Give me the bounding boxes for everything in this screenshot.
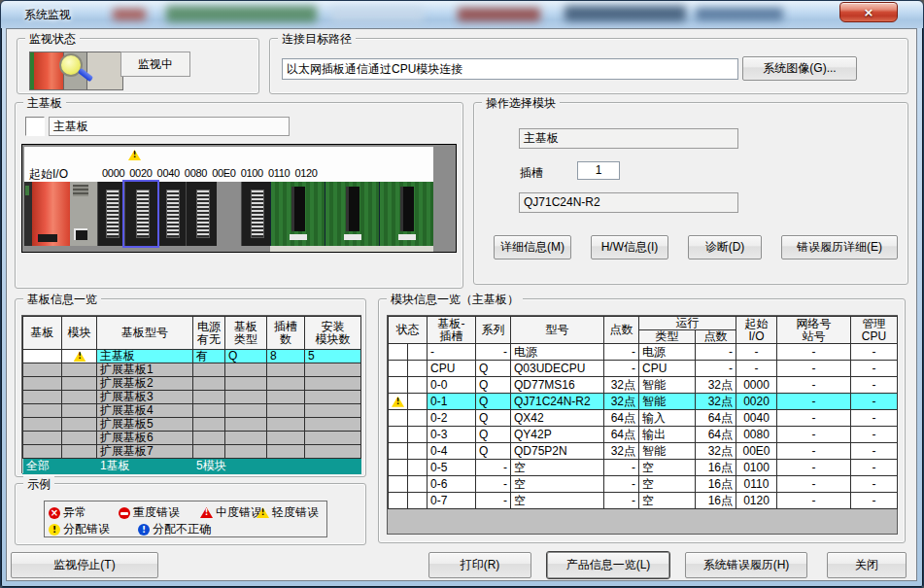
cpu-module[interactable] xyxy=(70,182,97,246)
col-header: 安装 模块数 xyxy=(305,317,361,350)
rack-module-slot2[interactable] xyxy=(157,182,186,246)
base-table-row[interactable]: 扩展基板1 xyxy=(23,363,361,377)
rack-module-slot4[interactable] xyxy=(241,182,270,246)
product-info-list-button[interactable]: 产品信息一览(L) xyxy=(547,552,669,578)
rack-module-slot1-selected[interactable] xyxy=(124,182,157,246)
base-table-row[interactable]: 扩展基板7 xyxy=(23,445,361,459)
rack-module-slot3[interactable] xyxy=(186,182,217,246)
start-io-address: 00E0 xyxy=(212,167,236,179)
module-info-group: 模块信息一览（主基板） 状态 基板- 插槽 系列 型号 点数 运行 xyxy=(378,298,906,543)
rack-empty-slot7[interactable] xyxy=(379,182,433,246)
base-cell: 扩展基板4 xyxy=(97,404,193,418)
base-cell xyxy=(267,418,305,432)
rack-empty-slot5[interactable] xyxy=(270,182,325,246)
module-cell: 电源 xyxy=(511,344,604,361)
base-cell xyxy=(305,377,361,391)
base-cell: 5 xyxy=(305,350,361,363)
module-cell: - xyxy=(777,410,851,427)
base-table-row[interactable]: 扩展基板6 xyxy=(23,432,361,445)
module-table-row[interactable]: 0-0QQD77MS1632点智能32点0000-- xyxy=(389,377,898,394)
base-table-row[interactable]: 扩展基板5 xyxy=(23,418,361,432)
legend-group-label: 示例 xyxy=(23,476,54,493)
module-cell: QJ71C24N-R2 xyxy=(511,394,604,410)
print-button[interactable]: 打印(R) xyxy=(428,552,531,578)
hw-info-button[interactable]: H/W信息(I) xyxy=(591,235,668,259)
error-history-detail-button[interactable]: 错误履历详细(E) xyxy=(781,235,898,259)
base-cell xyxy=(193,404,225,418)
main-base-group-label: 主基板 xyxy=(23,95,66,112)
col-header: 点数 xyxy=(696,330,736,344)
start-io-label: 起始I/O xyxy=(29,166,68,183)
module-info-table-box: 状态 基板- 插槽 系列 型号 点数 运行 起始 I/O 网络号 站号 管理 C… xyxy=(387,315,898,535)
module-cell: - xyxy=(476,460,511,476)
module-table-row[interactable]: 0-1QQJ71C24N-R232点智能32点0020-- xyxy=(389,394,898,410)
base-cell xyxy=(193,445,225,459)
module-cell xyxy=(408,344,428,361)
base-cell xyxy=(267,404,305,418)
module-cell: 0-5 xyxy=(428,460,476,476)
module-table-row[interactable]: 0-3QQY42P64点输出64点0080-- xyxy=(389,427,898,443)
module-cell: 00E0 xyxy=(736,443,777,460)
legend-group: 示例 异常重度错误中度错误轻度错误分配错误分配不正确 xyxy=(15,483,366,545)
module-table-row[interactable]: 0-2QQX4264点输入64点0040-- xyxy=(389,410,898,427)
module-table-row[interactable]: 0-6-空-空16点0110-- xyxy=(389,476,898,493)
main-base-group: 主基板 主基板 起始I/O 000000200040008000E0010001… xyxy=(15,102,463,289)
monitor-stop-button[interactable]: 监视停止(T) xyxy=(11,552,158,578)
base-cell xyxy=(225,404,267,418)
close-button[interactable]: × xyxy=(839,2,898,22)
rack-module-slot0[interactable] xyxy=(97,182,124,246)
close-dialog-button[interactable]: 关闭 xyxy=(827,552,907,578)
module-cell: - xyxy=(777,377,851,394)
module-cell xyxy=(408,443,428,460)
power-supply-module[interactable] xyxy=(32,182,70,246)
base-table-row[interactable]: 扩展基板3 xyxy=(23,391,361,404)
base-table-row[interactable]: 扩展基板2 xyxy=(23,377,361,391)
module-cell: 智能 xyxy=(639,394,696,410)
base-status-cell xyxy=(62,432,97,445)
main-base-select-box[interactable] xyxy=(25,117,45,136)
col-header: 网络号 站号 xyxy=(777,317,851,344)
system-error-history-button[interactable]: 系统错误履历(H) xyxy=(685,552,807,578)
module-cell: 32点 xyxy=(604,377,639,394)
connection-path-group: 连接目标路径 以太网插板通信通过CPU模块连接 系统图像(G)... xyxy=(269,38,908,94)
module-cell: 0-4 xyxy=(428,443,476,460)
module-status-cell xyxy=(389,410,408,427)
module-cell: - xyxy=(604,460,639,476)
main-base-name-field: 主基板 xyxy=(49,117,290,136)
system-monitor-window: 系统监视 × 监视状态 监视中 连接目标路径 以太网插板通信通过CPU模块连接 … xyxy=(0,0,924,588)
operation-buttons-row: 详细信息(M)H/W信息(I)诊断(D)错误履历详细(E) xyxy=(494,235,898,259)
module-table-row[interactable]: 0-4QQD75P2N32点智能32点00E0-- xyxy=(389,443,898,460)
base-cell xyxy=(225,432,267,445)
module-cell xyxy=(408,410,428,427)
base-table-summary-row: 全部 1基板 5模块 xyxy=(23,459,361,474)
module-table-row[interactable]: 0-5-空-空16点0100-- xyxy=(389,460,898,476)
titlebar-background-blur xyxy=(1,1,923,28)
base-cell xyxy=(305,391,361,404)
rack-empty-slot6[interactable] xyxy=(325,182,379,246)
connection-path-group-label: 连接目标路径 xyxy=(278,31,356,48)
module-table-row[interactable]: 0-7-空-空16点0120-- xyxy=(389,493,898,509)
module-info-group-label: 模块信息一览（主基板） xyxy=(387,292,523,308)
module-cell: - xyxy=(476,344,511,361)
base-cell: 扩展基板6 xyxy=(97,432,193,445)
diagnostics-button[interactable]: 诊断(D) xyxy=(688,235,762,259)
module-cell: - xyxy=(604,476,639,493)
selected-base-field: 主基板 xyxy=(519,128,738,149)
module-cell: 32点 xyxy=(696,443,736,460)
base-cell xyxy=(267,432,305,445)
base-table-row[interactable]: 主基板有Q85 xyxy=(23,350,361,363)
module-table-row[interactable]: --电源-电源---- xyxy=(389,344,898,361)
base-cell xyxy=(267,445,305,459)
module-cell: 32点 xyxy=(604,394,639,410)
module-status-cell xyxy=(389,443,408,460)
base-table-row[interactable]: 扩展基板4 xyxy=(23,404,361,418)
details-button[interactable]: 详细信息(M) xyxy=(494,235,571,259)
base-cell xyxy=(225,377,267,391)
module-cell: 空 xyxy=(511,493,604,509)
module-cell: 32点 xyxy=(604,443,639,460)
module-table-row[interactable]: CPUQQ03UDECPU-CPU---- xyxy=(389,361,898,377)
col-header: 基板型号 xyxy=(97,317,193,350)
module-cell: 64点 xyxy=(604,410,639,427)
connection-path-field[interactable]: 以太网插板通信通过CPU模块连接 xyxy=(282,58,738,80)
system-image-button[interactable]: 系统图像(G)... xyxy=(742,56,857,81)
